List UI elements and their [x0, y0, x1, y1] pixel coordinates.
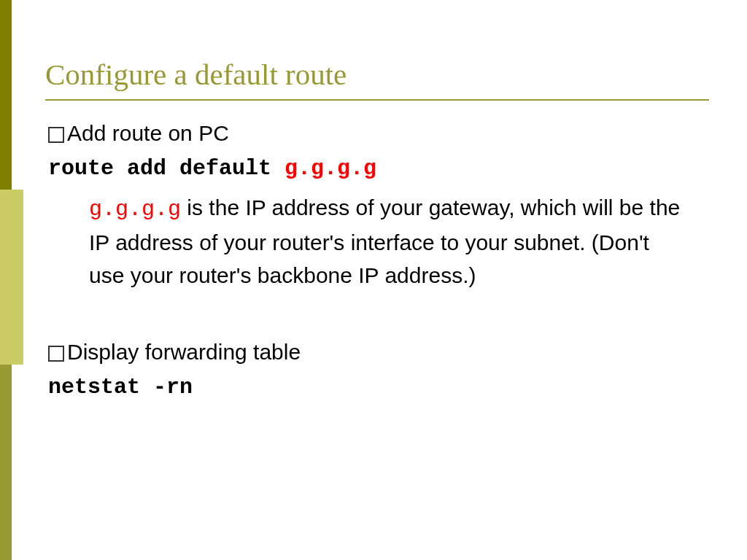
bullet-item-2: Display forwarding table: [45, 340, 712, 365]
decor-bar-dark: [0, 0, 12, 190]
command-1: route add default g.g.g.g: [48, 156, 712, 181]
command-1-prefix: route add default: [48, 156, 285, 181]
bullet-square-icon: [48, 127, 64, 143]
bullet-square-icon: [48, 346, 64, 362]
slide-title: Configure a default route: [45, 57, 709, 101]
bullet-text-1: Add route on PC: [67, 121, 229, 146]
decor-bar-light: [0, 190, 23, 365]
command-1-arg: g.g.g.g: [285, 156, 376, 181]
bullet-item-1: Add route on PC: [45, 121, 712, 146]
explanation-text: g.g.g.g is the IP address of your gatewa…: [89, 191, 683, 292]
gap-spacer: [45, 292, 712, 332]
command-2: netstat -rn: [48, 375, 712, 400]
command-2-text: netstat -rn: [48, 375, 193, 400]
bullet-text-2: Display forwarding table: [67, 340, 301, 365]
decor-bar-bottom: [0, 365, 12, 560]
explanation-var: g.g.g.g: [89, 197, 181, 222]
slide-content: Configure a default route Add route on P…: [45, 57, 712, 400]
